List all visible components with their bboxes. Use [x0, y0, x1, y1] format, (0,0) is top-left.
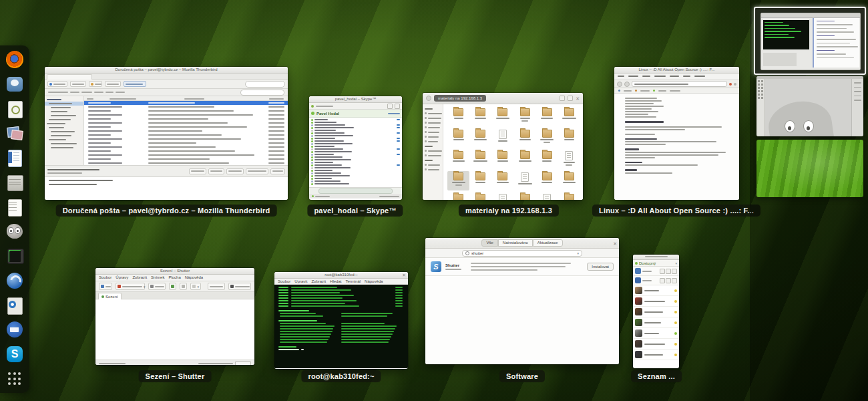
text-placeholder	[644, 290, 659, 291]
text-placeholder	[521, 120, 528, 122]
software-result-row: S Shutter Instalovat	[425, 258, 619, 276]
paragraph-placeholder	[625, 111, 658, 112]
file-icon	[521, 172, 529, 182]
folder-icon	[497, 172, 507, 180]
paragraph-placeholder	[625, 114, 648, 115]
text-placeholder	[291, 287, 337, 288]
text-placeholder	[644, 311, 663, 313]
window-skype[interactable]: pavel_hodal – Skype™ Pavel Hodal	[309, 96, 402, 200]
heading-placeholder	[625, 138, 657, 140]
menu-item	[670, 76, 679, 77]
archive-manager-icon[interactable]	[6, 174, 23, 191]
text-placeholder	[280, 331, 333, 332]
window-software[interactable]: VšeNainstalovánoAktualizace ✕ shutter ▾ …	[425, 238, 619, 364]
text-placeholder	[311, 164, 313, 166]
text-placeholder	[311, 124, 313, 126]
file-item	[558, 171, 580, 190]
text-placeholder	[397, 127, 400, 128]
skype-toolbar	[309, 103, 402, 110]
thunderbird-icon[interactable]	[6, 321, 23, 338]
terminal-titlebar: root@kab310fed:~ ✕	[274, 272, 408, 279]
text-placeholder	[280, 336, 330, 338]
skype-icon[interactable]: S	[6, 346, 23, 363]
firefox-icon[interactable]	[6, 51, 23, 68]
text-placeholder	[428, 132, 439, 133]
messaging-app-icon[interactable]	[6, 76, 23, 93]
text-placeholder	[311, 172, 313, 174]
documents-icon[interactable]	[6, 198, 23, 216]
menu-item	[642, 76, 650, 77]
text-placeholder	[541, 118, 553, 119]
text-placeholder	[314, 122, 337, 123]
text-placeholder	[564, 162, 575, 163]
text-placeholder	[397, 138, 400, 139]
window-contacts[interactable]: Dostupný ▾	[633, 255, 679, 368]
text-placeholder	[311, 183, 313, 185]
contact-row	[633, 307, 679, 317]
text-placeholder	[425, 131, 427, 133]
text-placeholder	[425, 168, 427, 170]
workspace-thumbnail-3-empty[interactable]	[756, 140, 863, 197]
workspace-thumbnail-2-gimp[interactable]	[756, 76, 863, 136]
contact-row	[633, 328, 679, 339]
window-label-shutter: Sezení – Shutter	[139, 370, 212, 382]
firefox-page-content	[614, 94, 739, 200]
text-placeholder	[428, 136, 439, 138]
file-icon	[499, 130, 507, 139]
firefox-navbar	[614, 80, 739, 88]
contact-row	[633, 339, 679, 350]
text-placeholder	[644, 344, 665, 345]
text-placeholder	[311, 170, 313, 172]
place-row	[423, 162, 443, 167]
text-placeholder	[148, 150, 235, 152]
text-placeholder	[817, 21, 835, 22]
thunderbird-message-list	[84, 101, 288, 165]
window-shutter[interactable]: Sezení – Shutter SouborÚpravyZobrazitSní…	[95, 268, 254, 365]
text-placeholder	[817, 24, 853, 25]
text-placeholder	[625, 167, 732, 169]
terminal-icon[interactable]	[6, 247, 23, 265]
window-terminal[interactable]: root@kab310fed:~ ✕ SouborUpravitZobrazit…	[274, 272, 408, 369]
window-files[interactable]: materialy na 192.168.1.3 ✕	[423, 93, 583, 200]
gimp-icon[interactable]	[6, 223, 23, 240]
text-placeholder	[314, 132, 345, 134]
file-icon	[565, 151, 573, 160]
text-placeholder	[428, 118, 441, 119]
shutter-icon[interactable]	[6, 297, 23, 314]
text-placeholder	[341, 342, 389, 343]
contacts-action-row	[633, 276, 679, 285]
folder-icon	[497, 151, 507, 159]
app-grid-button[interactable]	[6, 370, 23, 388]
text-placeholder	[341, 339, 390, 340]
writer-icon[interactable]	[6, 149, 23, 166]
text-placeholder	[520, 118, 530, 119]
file-item	[469, 128, 491, 148]
menu-item: Upravit	[294, 279, 307, 284]
file-icon	[543, 194, 551, 200]
window-thunderbird[interactable]: Doručená pošta – pavel@tybrdo.cz – Mozil…	[45, 67, 288, 200]
window-firefox[interactable]: Linux – :D All About Open Source :) ....…	[614, 67, 739, 200]
text-placeholder	[291, 303, 345, 304]
folder-icon	[564, 194, 574, 200]
text-placeholder	[498, 140, 507, 142]
paragraph-placeholder	[625, 144, 666, 145]
text-placeholder	[765, 22, 783, 23]
thunderbird-titlebar: Doručená pošta – pavel@tybrdo.cz – Mozil…	[45, 67, 288, 74]
thunderbird-folder-pane	[45, 96, 84, 165]
file-item	[558, 150, 580, 169]
photos-icon[interactable]	[6, 124, 23, 142]
file-item	[469, 150, 491, 169]
text-placeholder	[314, 180, 341, 182]
text-placeholder	[395, 292, 403, 293]
workspace-thumbnail-1-active[interactable]	[754, 7, 866, 75]
text-placeholder	[88, 126, 111, 128]
text-placeholder	[291, 292, 340, 293]
text-placeholder	[88, 138, 122, 140]
text-placeholder	[563, 182, 576, 183]
text-placeholder	[397, 154, 400, 155]
avatar	[635, 319, 642, 326]
web-app-blue-icon[interactable]	[6, 272, 23, 289]
document-viewer-icon[interactable]	[6, 100, 23, 118]
paragraph-placeholder	[625, 154, 718, 156]
text-placeholder	[425, 150, 427, 152]
